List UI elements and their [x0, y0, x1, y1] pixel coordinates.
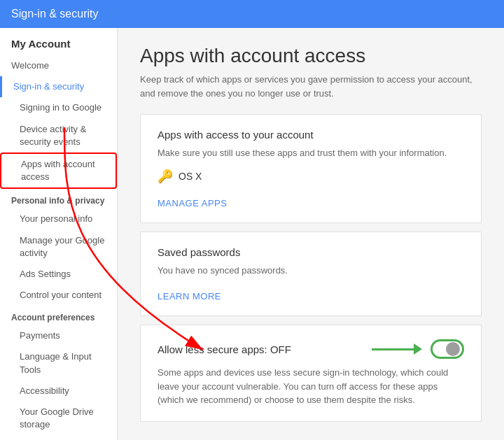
sidebar-item-apps-account-access[interactable]: Apps with account access	[0, 152, 117, 189]
card-passwords-title: Saved passwords	[158, 246, 464, 258]
card-passwords-desc: You have no synced passwords.	[158, 264, 464, 278]
app-name-osx: OS X	[178, 171, 202, 182]
sidebar-item-delete-account[interactable]: Delete your account or services	[0, 435, 117, 440]
app-icon-osx: 🔑	[158, 169, 173, 184]
sidebar-my-account: My Account	[0, 28, 117, 55]
top-bar: Sign-in & security	[0, 0, 504, 28]
sidebar-item-ads-settings[interactable]: Ads Settings	[0, 264, 117, 285]
sidebar-item-payments[interactable]: Payments	[0, 325, 117, 346]
main-header: Apps with account access Keep track of w…	[118, 28, 504, 108]
card-apps-title: Apps with access to your account	[158, 129, 464, 141]
learn-more-link[interactable]: LEARN MORE	[158, 291, 221, 301]
card-allow-apps: Allow less secure apps: OFF Some apps	[140, 325, 482, 422]
card-passwords: Saved passwords You have no synced passw…	[140, 232, 482, 317]
manage-apps-link[interactable]: MANAGE APPS	[158, 198, 227, 208]
sidebar-personal-section: Personal info & privacy	[0, 189, 117, 208]
card-apps-access: Apps with access to your account Make su…	[140, 114, 482, 223]
toggle-area	[372, 339, 464, 359]
toggle-knob	[446, 342, 460, 356]
sidebar-item-welcome[interactable]: Welcome	[0, 55, 117, 76]
page-subtitle: Keep track of which apps or services you…	[140, 73, 482, 100]
sidebar-item-google-activity[interactable]: Manage your Google activity	[0, 230, 117, 264]
green-arrow-head	[414, 343, 422, 355]
allow-header: Allow less secure apps: OFF	[158, 339, 464, 359]
card-apps-desc: Make sure you still use these apps and t…	[158, 146, 464, 160]
page-title: Apps with account access	[140, 45, 482, 67]
sidebar-item-security-section[interactable]: Sign-in & security	[0, 76, 117, 97]
allow-less-secure-toggle[interactable]	[430, 339, 464, 359]
sidebar-item-device-activity[interactable]: Device activity & security events	[0, 119, 117, 152]
cards-area: Apps with access to your account Make su…	[118, 108, 504, 440]
app-item-osx: 🔑 OS X	[158, 169, 464, 184]
sidebar-preferences-section: Account preferences	[0, 306, 117, 325]
sidebar-item-personal-info[interactable]: Your personal info	[0, 208, 117, 229]
sidebar-item-language-input[interactable]: Language & Input Tools	[0, 346, 117, 380]
green-arrow	[372, 343, 422, 355]
top-bar-title: Sign-in & security	[11, 8, 99, 20]
allow-title: Allow less secure apps: OFF	[158, 343, 291, 355]
sidebar-item-accessibility[interactable]: Accessibility	[0, 381, 117, 402]
sidebar-item-signing-in[interactable]: Signing in to Google	[0, 97, 117, 118]
main-content: Apps with account access Keep track of w…	[118, 28, 504, 440]
sidebar-item-drive-storage[interactable]: Your Google Drive storage	[0, 402, 117, 435]
allow-desc: Some apps and devices use less secure si…	[158, 366, 464, 407]
sidebar: My Account Welcome Sign-in & security Si…	[0, 28, 118, 440]
sidebar-item-control-content[interactable]: Control your content	[0, 285, 117, 306]
green-arrow-line	[372, 348, 414, 350]
